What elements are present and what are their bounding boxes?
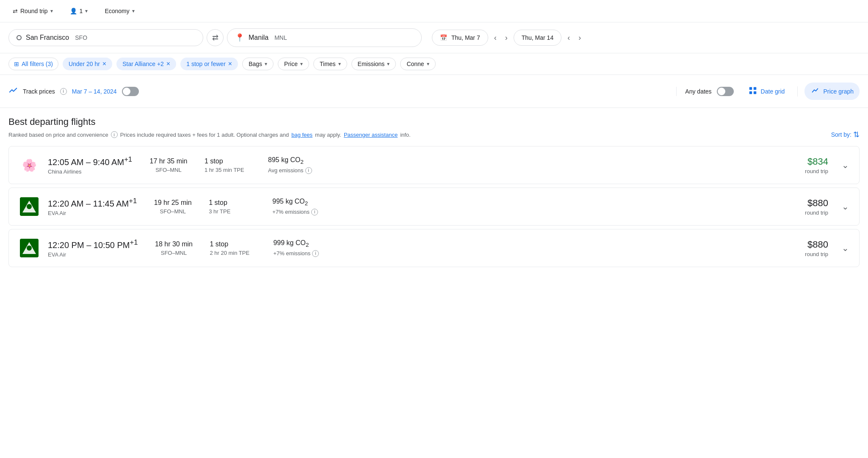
flight-card-3[interactable]: 12:20 PM – 10:50 PM+1 EVA Air 18 hr 30 m… (8, 229, 860, 267)
filter-chip-star-alliance[interactable]: Star Alliance +2 × (116, 58, 176, 70)
date-grid-label: Date grid (761, 88, 785, 95)
emissions-info-3[interactable]: i (312, 250, 319, 257)
emissions-info-2[interactable]: i (311, 209, 318, 215)
filter-chip-under20hr[interactable]: Under 20 hr × (63, 58, 112, 70)
view-divider (797, 86, 798, 97)
return-date-field[interactable]: Thu, Mar 14 (514, 30, 561, 46)
svg-rect-0 (749, 87, 752, 90)
price-graph-icon (810, 86, 820, 97)
filter-chip-1-stop[interactable]: 1 stop or fewer × (180, 58, 238, 70)
duration-time-1: 17 hr 35 min (141, 157, 196, 165)
price-filter[interactable]: Price ▾ (278, 58, 309, 70)
depart-time-3: 12:20 PM – 10:50 PM (48, 240, 130, 249)
sort-icon[interactable]: ⇅ (853, 130, 860, 139)
passenger-link[interactable]: Passenger assistance (344, 132, 398, 138)
flight-emissions-1: 895 kg CO2 Avg emissions i (268, 156, 336, 174)
bag-fees-link[interactable]: bag fees (291, 132, 312, 138)
duration-route-3: SFO–MNL (146, 250, 201, 256)
flight-stops-3: 1 stop 2 hr 20 min TPE (210, 240, 265, 256)
expand-arrow-3[interactable]: ⌄ (842, 243, 849, 253)
emissions-filter[interactable]: Emissions ▾ (351, 58, 396, 70)
main-content: Best departing flights Ranked based on p… (0, 108, 868, 279)
passengers-count: 1 (80, 8, 83, 14)
flight-card-1[interactable]: 🌸 12:05 AM – 9:40 AM+1 China Airlines 17… (8, 146, 860, 184)
origin-icon (17, 35, 22, 40)
price-graph-button[interactable]: Price graph (804, 83, 860, 100)
price-label-1: round trip (805, 168, 828, 174)
calendar-icon: 📅 (440, 34, 447, 41)
stops-label-2: 1 stop (209, 199, 264, 207)
passengers-selector[interactable]: 👤 1 ▾ (66, 5, 92, 17)
flight-times-3: 12:20 PM – 10:50 PM+1 EVA Air (48, 238, 138, 258)
price-label: Price (284, 61, 298, 67)
ranked-text: Ranked based on price and convenience (8, 132, 108, 138)
trip-type-chevron: ▾ (50, 8, 53, 14)
times-filter[interactable]: Times ▾ (313, 58, 347, 70)
expand-arrow-2[interactable]: ⌄ (842, 201, 849, 212)
emissions-label-1: Avg emissions (268, 167, 304, 174)
eva-air-logo-3 (20, 239, 39, 257)
bags-filter[interactable]: Bags ▾ (242, 58, 274, 70)
connections-filter[interactable]: Conne ▾ (400, 58, 435, 70)
stops-label-1: 1 stop (205, 157, 260, 165)
duration-time-3: 18 hr 30 min (146, 240, 201, 248)
times-label: Times (320, 61, 336, 67)
svg-point-10 (27, 246, 32, 251)
trip-type-selector[interactable]: ⇄ Round trip ▾ (8, 5, 57, 17)
depart-date-field[interactable]: 📅 Thu, Mar 7 (432, 30, 488, 46)
destination-field[interactable]: 📍 Manila MNL (227, 28, 422, 47)
price-amount-2: $880 (805, 198, 828, 209)
emissions-label: Emissions (358, 61, 385, 67)
connections-label: Conne (406, 61, 424, 67)
trip-type-label: Round trip (20, 8, 48, 14)
return-prev-button[interactable]: ‹ (565, 32, 572, 44)
section-subtitle: Ranked based on price and convenience i … (8, 130, 860, 139)
flight-time-main-2: 12:20 AM – 11:45 AM+1 (48, 197, 137, 209)
track-date-range: Mar 7 – 14, 2024 (72, 88, 117, 95)
any-dates-label: Any dates (685, 88, 711, 95)
all-filters-label: All filters (3) (22, 61, 53, 67)
stops-detail-3: 2 hr 20 min TPE (210, 250, 265, 256)
flight-duration-1: 17 hr 35 min SFO–MNL (141, 157, 196, 173)
swap-button[interactable]: ⇄ (207, 29, 224, 46)
filter-icon: ⊞ (14, 61, 19, 67)
filter-chip-remove-star-alliance[interactable]: × (166, 60, 170, 68)
emissions-label-3: +7% emissions (273, 250, 310, 257)
expand-arrow-1[interactable]: ⌄ (842, 160, 849, 170)
emissions-sub-1: Avg emissions i (268, 167, 336, 174)
search-bar: San Francisco SFO ⇄ 📍 Manila MNL 📅 Thu, … (0, 22, 868, 53)
filter-chip-remove-1-stop[interactable]: × (228, 60, 232, 68)
filter-chip-remove-under20hr[interactable]: × (102, 60, 106, 68)
track-prices-toggle[interactable] (122, 87, 139, 96)
airline-logo-1: 🌸 (19, 155, 39, 175)
cabin-class-selector[interactable]: Economy ▾ (100, 5, 138, 17)
stops-detail-1: 1 hr 35 min TPE (205, 167, 260, 173)
filter-chip-label-star-alliance: Star Alliance +2 (122, 61, 164, 67)
flight-price-1: $834 round trip (805, 156, 828, 174)
date-grid-button[interactable]: Date grid (742, 83, 791, 100)
depart-next-button[interactable]: › (503, 32, 510, 44)
emissions-label-2: +7% emissions (272, 209, 310, 215)
duration-time-2: 19 hr 25 min (145, 199, 200, 207)
flight-time-main-3: 12:20 PM – 10:50 PM+1 (48, 238, 138, 250)
origin-field[interactable]: San Francisco SFO (8, 29, 203, 46)
flight-card-2[interactable]: 12:20 AM – 11:45 AM+1 EVA Air 19 hr 25 m… (8, 188, 860, 226)
emissions-info-1[interactable]: i (305, 167, 312, 174)
price-amount-1: $834 (805, 156, 828, 167)
track-prices-info[interactable]: i (60, 88, 67, 95)
airline-logo-3 (19, 238, 39, 258)
return-next-button[interactable]: › (576, 32, 583, 44)
any-dates-section: Any dates (676, 87, 733, 96)
flight-stops-1: 1 stop 1 hr 35 min TPE (205, 157, 260, 173)
price-arrow: ▾ (300, 61, 303, 67)
flight-price-2: $880 round trip (805, 198, 828, 216)
any-dates-toggle[interactable] (717, 87, 734, 96)
section-info-icon[interactable]: i (111, 131, 118, 138)
price-label-3: round trip (805, 251, 828, 257)
all-filters-button[interactable]: ⊞ All filters (3) (8, 58, 58, 70)
origin-city: San Francisco (26, 34, 69, 41)
day-offset-3: +1 (130, 238, 138, 246)
airline-name-2: EVA Air (48, 210, 137, 216)
person-icon: 👤 (70, 8, 77, 14)
depart-prev-button[interactable]: ‹ (492, 32, 499, 44)
